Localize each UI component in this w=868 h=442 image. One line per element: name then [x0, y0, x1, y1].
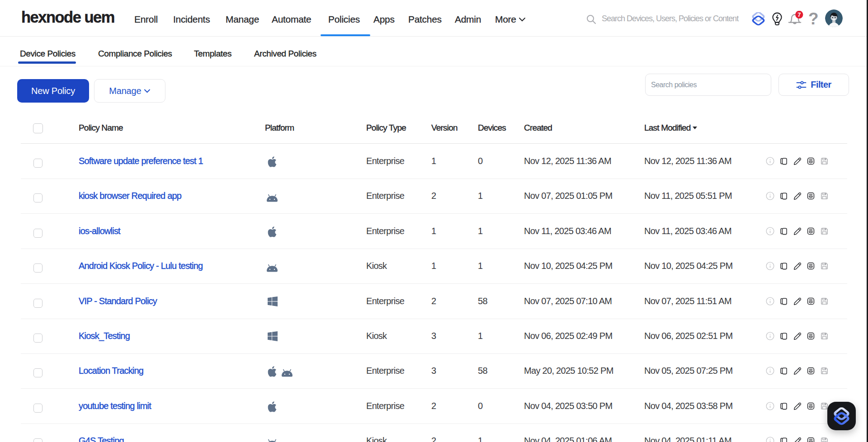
svg-text:7: 7	[797, 11, 801, 18]
